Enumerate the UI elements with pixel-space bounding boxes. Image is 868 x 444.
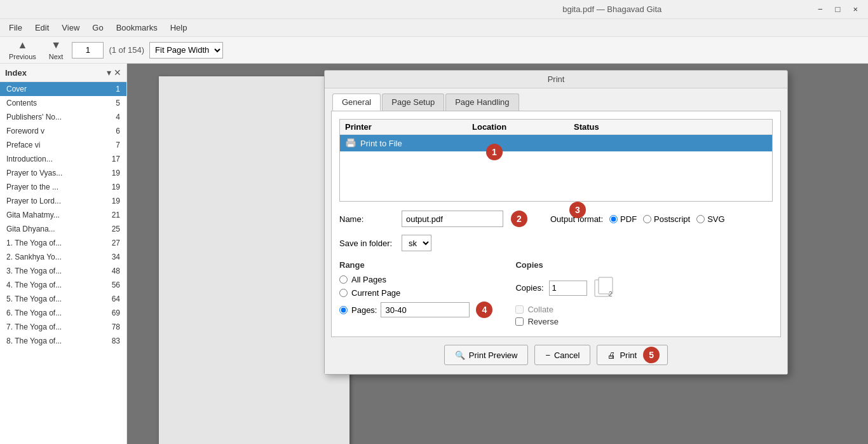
sidebar-item-chapter8[interactable]: 8. The Yoga of... 83 [0,334,126,348]
menu-help[interactable]: Help [165,21,193,34]
main-layout: Index ▾ ✕ Cover 1 Contents 5 Publishers'… [0,64,868,444]
name-input[interactable] [402,211,503,227]
menu-bar: File Edit View Go Bookmarks Help [0,19,868,37]
sidebar-controls[interactable]: ▾ ✕ [107,67,121,78]
sidebar: Index ▾ ✕ Cover 1 Contents 5 Publishers'… [0,64,127,444]
search-icon: 🔍 [455,350,465,360]
menu-edit[interactable]: Edit [30,21,54,34]
print-button[interactable]: 🖨 Print 5 [597,345,668,365]
dialog-title: Print [325,71,787,88]
cancel-button[interactable]: − Cancel [534,345,590,365]
sidebar-item-contents[interactable]: Contents 5 [0,96,126,110]
copies-input[interactable] [549,281,587,296]
sidebar-item-introduction[interactable]: Introduction... 17 [0,152,126,166]
sidebar-item-prayer-the[interactable]: Prayer to the ... 19 [0,180,126,194]
menu-view[interactable]: View [57,21,85,34]
range-section: Range All Pages Current Page Pages: [339,260,490,329]
sidebar-item-chapter1[interactable]: 1. The Yoga of... 27 [0,236,126,250]
sidebar-item-chapter6[interactable]: 6. The Yoga of... 69 [0,306,126,320]
close-button[interactable]: × [849,3,862,15]
current-page-label: Current Page [351,288,400,298]
col-status: Status [574,122,767,132]
printer-table-header: Printer Location Status [340,120,772,135]
cancel-label: Cancel [554,350,580,360]
tab-page-setup[interactable]: Page Setup [382,94,444,111]
menu-bookmarks[interactable]: Bookmarks [111,21,163,34]
svg-text:2: 2 [609,291,613,298]
collate-row[interactable]: Collate [515,305,616,314]
title-bar: bgita.pdf — Bhagavad Gita − □ × [0,0,868,19]
all-pages-label: All Pages [351,275,386,284]
pdf-area: Print General Page Setup Page Handling P… [127,64,868,444]
sidebar-item-publishers[interactable]: Publishers' No... 4 [0,110,126,124]
next-button[interactable]: ▼ Next [45,37,67,64]
sidebar-item-preface[interactable]: Preface vi 7 [0,138,126,152]
cancel-icon: − [545,350,550,360]
zoom-select[interactable]: Fit Page Width [149,42,223,59]
previous-button[interactable]: ▲ Previous [5,37,40,64]
print-preview-button[interactable]: 🔍 Print Preview [444,345,529,365]
copies-row: Copies: 2 [515,275,616,301]
output-format-label: Output format: [550,214,603,224]
tab-page-handling[interactable]: Page Handling [445,94,519,111]
radio-svg[interactable]: SVG [696,214,724,224]
name-row: Name: 2 [339,211,525,227]
radio-postscript[interactable]: Postscript [643,214,690,224]
previous-label: Previous [9,52,36,62]
maximize-button[interactable]: □ [832,3,844,15]
sidebar-item-prayer-vyas[interactable]: Prayer to Vyas... 19 [0,166,126,180]
down-arrow-icon: ▼ [51,38,61,52]
svg-rect-2 [348,144,354,147]
reverse-row[interactable]: Reverse [515,317,616,326]
svg-option: SVG [707,214,724,224]
minimize-button[interactable]: − [814,3,827,15]
dialog-footer: 🔍 Print Preview − Cancel 🖨 Print 5 [325,337,787,374]
menu-file[interactable]: File [4,21,27,34]
page-count-label: (1 of 154) [109,45,144,55]
printer-icon [345,138,356,148]
collate-label: Collate [527,305,553,314]
svg-rect-1 [348,139,354,142]
copies-label: Copies: [515,283,543,293]
name-label: Name: [339,214,397,224]
sidebar-item-gita-mahatmy[interactable]: Gita Mahatmy... 21 [0,208,126,222]
sidebar-item-chapter5[interactable]: 5. The Yoga of... 64 [0,292,126,306]
sidebar-header: Index ▾ ✕ [0,64,126,82]
range-current-page[interactable]: Current Page [339,288,490,298]
sidebar-item-chapter2[interactable]: 2. Sankhya Yo... 34 [0,250,126,264]
tab-general[interactable]: General [332,94,381,111]
pages-input[interactable] [381,302,470,317]
copies-icon: 2 [592,275,616,301]
sidebar-item-chapter7[interactable]: 7. The Yoga of... 78 [0,320,126,334]
printer-row-selected[interactable]: Print to File [340,135,772,151]
folder-select[interactable]: sk [402,235,431,251]
sidebar-collapse-button[interactable]: ▾ [107,67,111,78]
sidebar-item-prayer-lord[interactable]: Prayer to Lord... 19 [0,194,126,208]
toolbar: ▲ Previous ▼ Next (1 of 154) Fit Page Wi… [0,37,868,64]
sidebar-item-chapter4[interactable]: 4. The Yoga of... 56 [0,278,126,292]
range-pages[interactable]: Pages: 4 [339,302,490,318]
sidebar-item-chapter3[interactable]: 3. The Yoga of... 48 [0,264,126,278]
range-all-pages[interactable]: All Pages [339,275,490,284]
page-number-input[interactable] [72,42,104,59]
radio-pdf[interactable]: PDF [609,214,637,224]
print-icon: 🖨 [607,350,616,360]
circle-4: 4 [476,302,492,318]
col-printer: Printer [345,122,472,132]
col-location: Location [472,122,574,132]
tab-panel: Printer Location Status Print to File [331,111,781,337]
sidebar-close-button[interactable]: ✕ [114,67,121,78]
range-copies-section: Range All Pages Current Page Pages: [339,260,773,329]
circle-2: 2 [511,211,527,227]
sidebar-item-cover[interactable]: Cover 1 [0,82,126,96]
sidebar-item-gita-dhyana[interactable]: Gita Dhyana... 25 [0,222,126,236]
next-label: Next [49,52,64,62]
sidebar-item-foreword[interactable]: Foreword v 6 [0,124,126,138]
copies-section: Copies Copies: 2 [515,260,616,329]
up-arrow-icon: ▲ [17,38,27,52]
window-controls[interactable]: − □ × [814,3,862,15]
circle-5: 5 [643,347,660,363]
print-dialog: Print General Page Setup Page Handling P… [324,70,788,375]
menu-go[interactable]: Go [87,21,108,34]
copies-title: Copies [515,260,616,270]
